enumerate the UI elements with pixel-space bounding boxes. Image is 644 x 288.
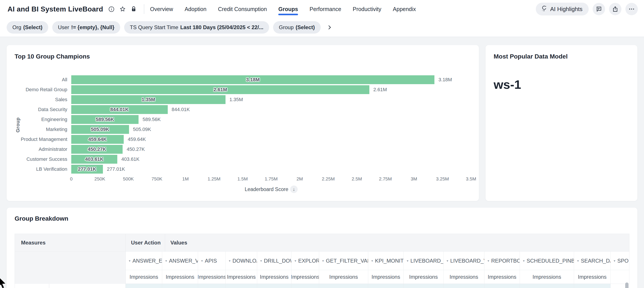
- group-breakdown-table: Measures User Action Values Group User ▾…: [14, 234, 630, 288]
- bar-row: Administrator450.27K450.27K: [14, 144, 471, 154]
- column-header-kpi_monitor[interactable]: ▾KPI_MONITOR: [368, 252, 404, 270]
- x-tick: 3.5M: [466, 176, 476, 181]
- filter-chip-user[interactable]: User!= {empty}, {Null}: [52, 21, 120, 34]
- triangle-down-icon: ▾: [260, 259, 262, 263]
- category-label: Demo Retail Group: [14, 87, 71, 93]
- filter-chip-value: (Select): [296, 24, 315, 30]
- category-label: Administrator: [14, 146, 71, 152]
- bar-value-label-inner: 277.01K: [78, 166, 96, 172]
- measure-label-cell: Impressions: [319, 270, 368, 284]
- triangle-down-icon: ▾: [523, 259, 525, 263]
- bar-administrator[interactable]: 450.27K: [71, 145, 122, 154]
- triangle-down-icon: ▾: [322, 259, 324, 263]
- bar-track: 3.18M3.18M: [71, 75, 471, 84]
- tab-performance[interactable]: Performance: [310, 0, 341, 18]
- ai-highlights-label: AI Highlights: [550, 6, 582, 12]
- tab-groups[interactable]: Groups: [278, 0, 298, 18]
- ai-highlights-button[interactable]: AI Highlights: [536, 3, 589, 15]
- filter-chip-ts-query-start-time[interactable]: TS Query Start TimeLast 180 Days (25/04/…: [124, 21, 269, 34]
- bar-value-label-inner: 1.35M: [142, 97, 155, 103]
- column-header-liveboard_view[interactable]: ▾LIVEBOARD_VIEW: [444, 252, 484, 270]
- x-tick: 3M: [411, 176, 417, 181]
- bar-value-label-inner: 844.01K: [110, 107, 128, 112]
- bar-track: 844.01K844.01K: [71, 105, 471, 114]
- bar-demo-retail-group[interactable]: 2.61M: [71, 85, 369, 94]
- chevron-right-icon[interactable]: [325, 22, 334, 32]
- column-header-download[interactable]: ▾DOWNLOAD: [226, 252, 257, 270]
- bar-row: Marketing505.09K505.09K: [14, 124, 471, 134]
- bar-value-label-outer: 450.27K: [126, 146, 145, 152]
- info-icon[interactable]: [107, 5, 116, 13]
- filter-chip-label: Group: [279, 24, 294, 30]
- bar-track: 403.61K403.61K: [71, 155, 471, 164]
- x-tick: 2.75M: [379, 176, 392, 181]
- column-header-label: SEARCH_DATA: [581, 258, 610, 264]
- tab-overview[interactable]: Overview: [150, 0, 173, 18]
- column-header-apis[interactable]: ▾APIS: [198, 252, 226, 270]
- filter-chip-org[interactable]: Org(Select): [7, 21, 48, 34]
- comment-icon[interactable]: [593, 3, 605, 15]
- tab-credit-consumption[interactable]: Credit Consumption: [218, 0, 267, 18]
- x-axis-label: Leaderboard Score ↓: [71, 185, 471, 193]
- star-icon[interactable]: [118, 5, 127, 13]
- triangle-down-icon: ▾: [446, 259, 448, 263]
- tab-appendix[interactable]: Appendix: [393, 0, 416, 18]
- bar-track: 450.27K450.27K: [71, 145, 471, 154]
- bar-data-security[interactable]: 844.01K: [71, 105, 168, 114]
- lock-icon[interactable]: [129, 5, 138, 13]
- bar-product-management[interactable]: 459.64K: [71, 135, 124, 144]
- measure-label-cell: Impressions: [574, 270, 610, 284]
- measure-label-cell: Impressions: [198, 270, 226, 284]
- bar-value-label-outer: 505.09K: [133, 127, 151, 132]
- data-cell: [444, 284, 484, 288]
- more-icon[interactable]: [626, 3, 638, 15]
- x-tick: 0: [70, 176, 72, 181]
- column-header-search_data[interactable]: ▾SEARCH_DATA: [574, 252, 610, 270]
- bar-engineering[interactable]: 589.56K: [71, 115, 138, 124]
- sort-descending-icon[interactable]: ↓: [290, 185, 298, 193]
- bar-all[interactable]: 3.18M: [71, 75, 434, 84]
- x-tick: 1.5M: [238, 176, 248, 181]
- data-cell: [520, 284, 574, 288]
- column-header-liveboard_edit[interactable]: ▾LIVEBOARD_EDIT: [404, 252, 444, 270]
- column-header-label: LIVEBOARD_EDIT: [410, 258, 444, 264]
- bar-customer-success[interactable]: 403.61K: [71, 155, 117, 164]
- column-header-answer_view[interactable]: ▾ANSWER_VIEW: [162, 252, 198, 270]
- measure-columns: ▾ANSWER_EDIT▾ANSWER_VIEW▾APIS▾DOWNLOAD▾D…: [126, 252, 629, 288]
- impressions-row: ImpressionsImpressionsImpressionsImpress…: [126, 270, 629, 284]
- title-icons: [107, 5, 138, 13]
- bar-track: 1.35M1.35M: [71, 95, 471, 104]
- bar-marketing[interactable]: 505.09K: [71, 125, 129, 134]
- user-action-header: User Action: [126, 234, 165, 251]
- x-tick: 750K: [152, 176, 162, 181]
- share-icon[interactable]: [609, 3, 622, 15]
- column-header-explore[interactable]: ▾EXPLORE: [292, 252, 319, 270]
- column-header-answer_edit[interactable]: ▾ANSWER_EDIT: [126, 252, 162, 270]
- bar-sales[interactable]: 1.35M: [71, 95, 226, 104]
- header-actions: AI Highlights: [536, 3, 638, 15]
- tab-adoption[interactable]: Adoption: [184, 0, 206, 18]
- bar-lb-verification[interactable]: 277.01K: [71, 165, 103, 174]
- filter-chip-label: TS Query Start Time: [130, 24, 178, 30]
- triangle-down-icon: ▾: [407, 259, 408, 263]
- column-header-get_filter_values[interactable]: ▾GET_FILTER_VALUES: [319, 252, 368, 270]
- filter-chip-value: != {empty}, {Null}: [71, 24, 114, 30]
- column-header-spo[interactable]: ▾SPO: [610, 252, 629, 270]
- data-cell: [574, 284, 610, 288]
- table-scrollbar[interactable]: [625, 283, 628, 288]
- column-header-scheduled_pinboards[interactable]: ▾SCHEDULED_PINBOARDS: [520, 252, 574, 270]
- bar-row: Demo Retail Group2.61M2.61M: [14, 85, 471, 95]
- column-header-drill_down[interactable]: ▾DRILL_DOWN: [257, 252, 292, 270]
- triangle-down-icon: ▾: [577, 259, 579, 263]
- data-cell: [404, 284, 444, 288]
- column-header-label: APIS: [205, 258, 217, 264]
- column-header-reportbook[interactable]: ▾REPORTBOOK: [484, 252, 520, 270]
- bar-rows: All3.18M3.18MDemo Retail Group2.61M2.61M…: [14, 75, 471, 174]
- tab-productivity[interactable]: Productivity: [353, 0, 381, 18]
- bar-value-label-inner: 450.27K: [88, 146, 106, 152]
- measure-label-cell: Impressions: [292, 270, 319, 284]
- filter-chip-group[interactable]: Group(Select): [273, 21, 320, 34]
- bar-row: Data Security844.01K844.01K: [14, 105, 471, 114]
- category-label: Marketing: [14, 127, 71, 132]
- table-header-group-row: Measures User Action Values: [15, 234, 629, 252]
